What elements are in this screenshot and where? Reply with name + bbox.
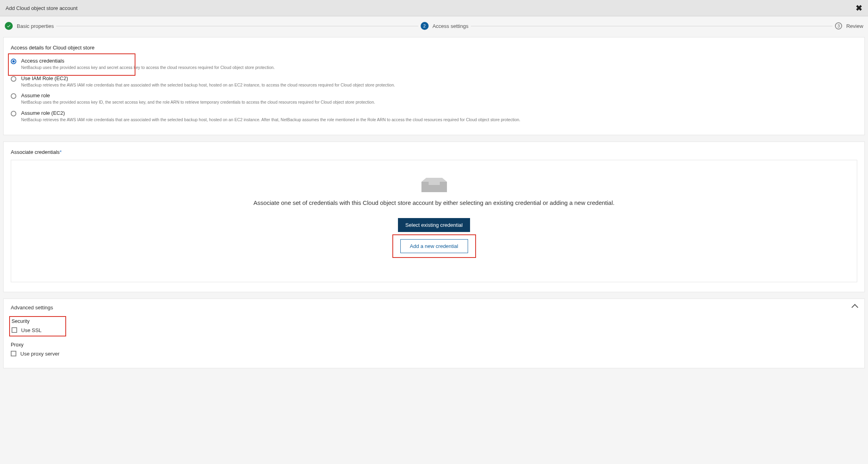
radio-icon [11, 76, 16, 82]
radio-icon [11, 93, 16, 99]
associate-heading: Associate credentials* [11, 149, 857, 155]
radio-description: NetBackup uses the provided access key a… [21, 65, 275, 71]
security-label: Security [11, 318, 41, 324]
radio-icon [11, 111, 16, 116]
radio-use-iam-role-ec2[interactable]: Use IAM Role (EC2) NetBackup retrieves t… [11, 73, 857, 90]
use-proxy-label: Use proxy server [20, 351, 59, 357]
use-ssl-label: Use SSL [21, 327, 41, 333]
advanced-settings-panel: Advanced settings Security Use SSL Proxy… [3, 299, 865, 368]
add-new-credential-button[interactable]: Add a new credential [400, 239, 468, 253]
step-label: Access settings [433, 23, 468, 29]
radio-title: Assume role [21, 92, 375, 98]
step-label: Review [846, 23, 863, 29]
radio-title: Assume role (EC2) [21, 110, 520, 116]
radio-icon [11, 59, 16, 64]
advanced-body: Security Use SSL Proxy Use proxy server [4, 316, 864, 368]
step-access-settings[interactable]: 2 Access settings [421, 22, 468, 30]
checkbox-icon [11, 351, 16, 356]
chevron-up-icon [852, 304, 858, 311]
step-basic-properties[interactable]: Basic properties [5, 22, 54, 30]
radio-access-credentials[interactable]: Access credentials NetBackup uses the pr… [11, 55, 857, 73]
highlight-box: Security Use SSL [9, 316, 66, 336]
associate-credentials-panel: Associate credentials* Associate one set… [3, 142, 865, 292]
radio-description: NetBackup retrieves the AWS IAM role cre… [21, 117, 520, 123]
advanced-heading: Advanced settings [11, 305, 53, 311]
close-icon[interactable]: ✖ [856, 4, 862, 12]
dialog-header: Add Cloud object store account ✖ [0, 0, 868, 16]
step-label: Basic properties [17, 23, 54, 29]
proxy-label: Proxy [11, 342, 857, 348]
step-number-badge: 2 [421, 22, 429, 30]
associate-empty-box: Associate one set of credentials with th… [11, 160, 857, 282]
checkbox-icon [12, 327, 17, 333]
radio-description: NetBackup uses the provided access key I… [21, 99, 375, 105]
wizard-stepper: Basic properties 2 Access settings 3 Rev… [0, 16, 868, 37]
radio-title: Use IAM Role (EC2) [21, 75, 395, 81]
radio-assume-role[interactable]: Assume role NetBackup uses the provided … [11, 90, 857, 108]
check-icon [5, 22, 13, 30]
radio-description: NetBackup retrieves the AWS IAM role cre… [21, 82, 395, 88]
step-divider [471, 26, 833, 26]
select-existing-credential-button[interactable]: Select existing credential [398, 218, 470, 232]
use-proxy-checkbox-row[interactable]: Use proxy server [11, 349, 857, 361]
dialog-title: Add Cloud object store account [6, 5, 78, 11]
inbox-icon [421, 176, 447, 192]
access-details-panel: Access details for Cloud object store Ac… [3, 37, 865, 135]
required-star: * [60, 149, 62, 155]
radio-title: Access credentials [21, 58, 275, 64]
use-ssl-checkbox-row[interactable]: Use SSL [11, 326, 41, 335]
highlight-box: Add a new credential [392, 234, 476, 258]
associate-instruction-text: Associate one set of credentials with th… [19, 199, 849, 206]
step-number-badge: 3 [835, 22, 842, 29]
radio-assume-role-ec2[interactable]: Assume role (EC2) NetBackup retrieves th… [11, 108, 857, 125]
associate-heading-text: Associate credentials [11, 149, 60, 155]
access-details-heading: Access details for Cloud object store [11, 45, 857, 51]
step-divider [56, 26, 418, 26]
advanced-settings-toggle[interactable]: Advanced settings [4, 299, 864, 316]
step-review[interactable]: 3 Review [835, 22, 863, 29]
